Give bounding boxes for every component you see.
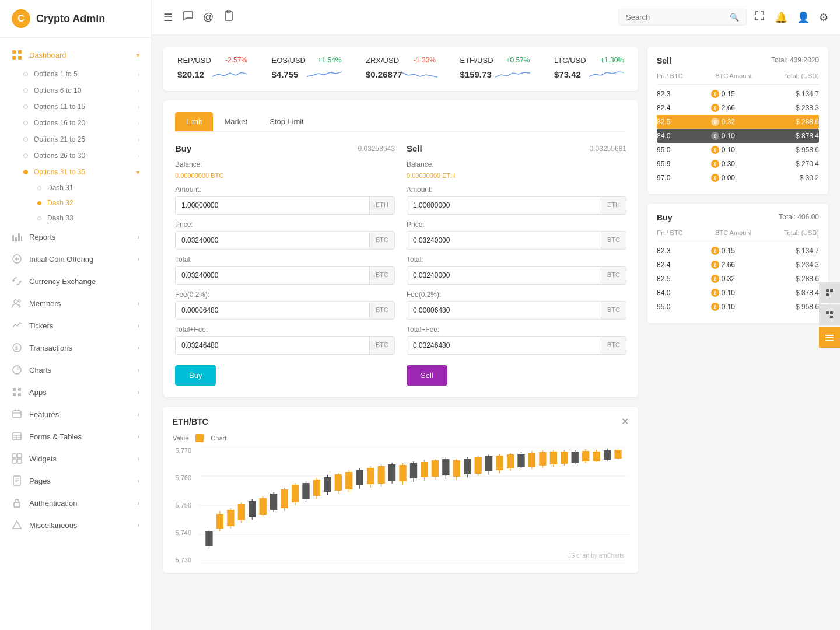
buy-price-input[interactable] <box>176 232 369 249</box>
buy-balance-value[interactable]: 0.00000000 BTC <box>175 172 223 179</box>
buy-fee-input[interactable] <box>176 302 369 319</box>
buy-balance-field: Balance: 0.00000000 BTC <box>175 160 395 180</box>
sell-balance-value[interactable]: 0.00000000 ETH <box>407 172 455 179</box>
dashboard-submenu: Options 1 to 5 › Options 6 to 10 › Optio… <box>0 66 151 226</box>
sidebar-item-charts[interactable]: Charts › <box>0 359 151 381</box>
svg-rect-23 <box>13 476 20 485</box>
svg-rect-88 <box>496 456 503 470</box>
svg-rect-19 <box>12 454 16 458</box>
fab-btn-3[interactable] <box>819 327 840 348</box>
subsub-item-dash-31[interactable]: Dash 31 <box>12 180 151 195</box>
sell-amount-input[interactable] <box>407 197 601 214</box>
ticker-wave <box>589 68 624 82</box>
sidebar-item-transactions[interactable]: $ Transactions › <box>0 337 151 359</box>
sidebar-item-features[interactable]: Features › <box>0 403 151 425</box>
svg-rect-36 <box>216 514 223 528</box>
chevron-right-icon: › <box>138 478 139 484</box>
sell-col-total: Total: (USD) <box>784 72 819 79</box>
table-row: 82.5 ₿0.32 $ 288.6 <box>657 115 819 129</box>
buy-fee-suffix: BTC <box>369 302 394 319</box>
sidebar-item-apps[interactable]: Apps › <box>0 381 151 403</box>
sidebar-item-miscellaneous[interactable]: Miscellaneous › <box>0 514 151 536</box>
sub-item-options-1-5[interactable]: Options 1 to 5 › <box>12 66 151 82</box>
sell-total-input[interactable] <box>407 267 601 284</box>
chevron-right-icon: › <box>138 256 139 262</box>
chevron-right-icon: › <box>138 433 139 440</box>
sub-item-options-31-35[interactable]: Options 31 to 35 ▾ <box>12 164 151 180</box>
buy-total-input[interactable] <box>176 267 369 284</box>
svg-rect-24 <box>14 502 20 507</box>
subsub-item-dash-32[interactable]: Dash 32 <box>12 195 151 211</box>
search-bar[interactable]: 🔍 <box>618 9 747 26</box>
sidebar-item-tickers[interactable]: Tickers › <box>0 314 151 337</box>
chat-icon[interactable] <box>182 10 194 24</box>
svg-rect-117 <box>825 335 834 336</box>
buy-total-fee-suffix: BTC <box>369 337 394 354</box>
sidebar-item-authentication[interactable]: Authentication › <box>0 492 151 514</box>
ticker-wave <box>495 68 530 82</box>
sidebar-item-ico[interactable]: Initial Coin Offering › <box>0 248 151 270</box>
sell-total-fee-input[interactable] <box>407 337 601 354</box>
ticker-bar: REP/USD -2.57% $20.12 EOS/USD +1.54% <box>163 47 638 91</box>
gear-icon[interactable]: ⚙ <box>819 11 828 24</box>
sell-fee-input[interactable] <box>407 302 601 319</box>
bullet-icon <box>23 137 28 142</box>
table-row: 95.9 ₿0.30 $ 270.4 <box>657 157 819 171</box>
svg-rect-110 <box>614 450 621 459</box>
svg-rect-7 <box>21 236 22 242</box>
buy-total-fee-input[interactable] <box>176 337 369 354</box>
svg-rect-17 <box>13 411 21 418</box>
sidebar-item-label: Features <box>29 410 59 419</box>
svg-rect-68 <box>388 464 396 481</box>
sub-item-options-26-30[interactable]: Options 26 to 30 › <box>12 148 151 164</box>
sub-item-options-16-20[interactable]: Options 16 to 20 › <box>12 115 151 131</box>
chevron-right-icon: › <box>138 104 139 110</box>
fullscreen-icon[interactable] <box>754 10 765 24</box>
search-icon[interactable]: 🔍 <box>730 13 739 22</box>
bullet2-active-icon <box>37 201 41 205</box>
widgets-icon <box>12 453 22 464</box>
at-icon[interactable]: @ <box>203 11 214 23</box>
search-input[interactable] <box>626 13 730 22</box>
sidebar-item-dashboard[interactable]: Dashboard ▾ <box>0 44 151 66</box>
charts-icon <box>12 365 22 375</box>
sell-button[interactable]: Sell <box>407 365 447 386</box>
fab-btn-1[interactable] <box>819 282 840 303</box>
sidebar-item-members[interactable]: Members › <box>0 292 151 314</box>
svg-rect-21 <box>12 459 16 463</box>
chevron-right-icon: › <box>138 345 139 351</box>
ico-icon <box>12 254 22 264</box>
sub-item-options-6-10[interactable]: Options 6 to 10 › <box>12 82 151 99</box>
buy-col-amount: BTC Amount <box>715 229 751 236</box>
chart-title: ETH/BTC <box>173 417 208 426</box>
chevron-right-icon: › <box>138 153 139 159</box>
sidebar-item-widgets[interactable]: Widgets › <box>0 447 151 470</box>
chevron-right-icon: › <box>138 136 139 143</box>
sidebar-item-forms-tables[interactable]: Forms & Tables › <box>0 425 151 447</box>
buy-fee-field: Fee(0.2%): BTC <box>175 290 395 320</box>
sub-item-options-21-25[interactable]: Options 21 to 25 › <box>12 131 151 148</box>
subsub-item-dash-33[interactable]: Dash 33 <box>12 211 151 226</box>
bell-icon[interactable]: 🔔 <box>775 11 788 24</box>
sub-item-options-11-15[interactable]: Options 11 to 15 › <box>12 99 151 115</box>
sidebar-item-reports[interactable]: Reports › <box>0 226 151 248</box>
svg-rect-102 <box>572 452 579 463</box>
buy-button[interactable]: Buy <box>175 365 216 386</box>
sidebar-item-pages[interactable]: Pages › <box>0 470 151 492</box>
user-icon[interactable]: 👤 <box>797 11 810 24</box>
buy-amount-input[interactable] <box>176 197 369 214</box>
sell-price-input[interactable] <box>407 232 601 249</box>
ticker-eos-usd: EOS/USD +1.54% $4.755 <box>272 56 342 82</box>
chart-close-button[interactable]: ✕ <box>621 416 629 427</box>
sidebar-item-currency-exchange[interactable]: Currency Exchange <box>0 270 151 292</box>
tab-stop-limit[interactable]: Stop-Limit <box>258 112 315 131</box>
chart-watermark: JS chart by amCharts <box>568 552 624 559</box>
sell-col-amount: BTC Amount <box>715 72 751 79</box>
tab-limit[interactable]: Limit <box>175 112 213 131</box>
menu-icon[interactable]: ☰ <box>163 11 173 24</box>
fab-btn-2[interactable] <box>819 304 840 326</box>
candlestick-chart <box>198 447 629 564</box>
bullet2-icon <box>37 216 41 220</box>
tab-market[interactable]: Market <box>213 112 258 131</box>
clipboard-icon[interactable] <box>223 10 235 24</box>
